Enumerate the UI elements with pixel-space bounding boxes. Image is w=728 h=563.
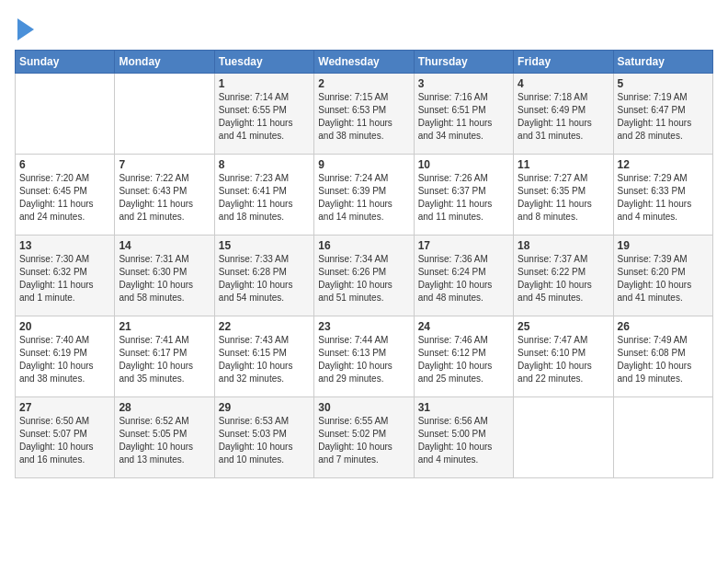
day-cell: 15Sunrise: 7:33 AM Sunset: 6:28 PM Dayli…: [214, 236, 313, 316]
day-info: Sunrise: 7:40 AM Sunset: 6:19 PM Dayligh…: [19, 334, 110, 385]
col-saturday: Saturday: [613, 51, 712, 74]
day-number: 22: [219, 320, 310, 333]
day-number: 16: [318, 239, 409, 252]
day-info: Sunrise: 7:46 AM Sunset: 6:12 PM Dayligh…: [418, 334, 509, 385]
day-number: 13: [19, 239, 110, 252]
day-cell: 3Sunrise: 7:16 AM Sunset: 6:51 PM Daylig…: [414, 74, 513, 155]
day-cell: 22Sunrise: 7:43 AM Sunset: 6:15 PM Dayli…: [214, 316, 313, 397]
header: [15, 9, 713, 46]
day-cell: 12Sunrise: 7:29 AM Sunset: 6:33 PM Dayli…: [613, 155, 712, 236]
header-row: SundayMondayTuesdayWednesdayThursdayFrid…: [16, 51, 713, 74]
day-cell: 17Sunrise: 7:36 AM Sunset: 6:24 PM Dayli…: [414, 236, 513, 316]
day-info: Sunrise: 7:26 AM Sunset: 6:37 PM Dayligh…: [418, 172, 509, 224]
day-cell: 7Sunrise: 7:22 AM Sunset: 6:43 PM Daylig…: [115, 155, 214, 236]
day-number: 6: [19, 158, 110, 171]
day-cell: [613, 397, 712, 478]
day-info: Sunrise: 7:19 AM Sunset: 6:47 PM Dayligh…: [618, 91, 709, 143]
col-monday: Monday: [115, 51, 214, 74]
day-info: Sunrise: 7:44 AM Sunset: 6:13 PM Dayligh…: [318, 334, 409, 385]
day-cell: 11Sunrise: 7:27 AM Sunset: 6:35 PM Dayli…: [514, 155, 613, 236]
day-number: 18: [518, 239, 609, 252]
day-number: 19: [618, 239, 709, 252]
day-info: Sunrise: 7:24 AM Sunset: 6:39 PM Dayligh…: [318, 172, 409, 224]
day-info: Sunrise: 7:37 AM Sunset: 6:22 PM Dayligh…: [518, 253, 609, 304]
day-cell: 30Sunrise: 6:55 AM Sunset: 5:02 PM Dayli…: [314, 397, 414, 478]
day-number: 27: [19, 401, 110, 414]
day-info: Sunrise: 7:29 AM Sunset: 6:33 PM Dayligh…: [618, 172, 709, 224]
day-info: Sunrise: 7:47 AM Sunset: 6:10 PM Dayligh…: [518, 334, 609, 385]
day-number: 3: [418, 77, 509, 90]
day-info: Sunrise: 7:20 AM Sunset: 6:45 PM Dayligh…: [19, 172, 110, 224]
day-number: 25: [518, 320, 609, 333]
day-number: 23: [318, 320, 409, 333]
day-number: 31: [418, 401, 509, 414]
day-info: Sunrise: 7:27 AM Sunset: 6:35 PM Dayligh…: [518, 172, 609, 224]
day-info: Sunrise: 7:23 AM Sunset: 6:41 PM Dayligh…: [219, 172, 310, 224]
day-info: Sunrise: 7:34 AM Sunset: 6:26 PM Dayligh…: [318, 253, 409, 304]
day-number: 29: [219, 401, 310, 414]
day-number: 12: [618, 158, 709, 171]
calendar-table: SundayMondayTuesdayWednesdayThursdayFrid…: [15, 50, 713, 478]
day-info: Sunrise: 6:50 AM Sunset: 5:07 PM Dayligh…: [19, 415, 110, 466]
day-cell: 5Sunrise: 7:19 AM Sunset: 6:47 PM Daylig…: [613, 74, 712, 155]
day-cell: 24Sunrise: 7:46 AM Sunset: 6:12 PM Dayli…: [414, 316, 513, 397]
day-number: 10: [418, 158, 509, 171]
day-cell: [514, 397, 613, 478]
week-row-5: 27Sunrise: 6:50 AM Sunset: 5:07 PM Dayli…: [16, 397, 713, 478]
day-info: Sunrise: 7:30 AM Sunset: 6:32 PM Dayligh…: [19, 253, 110, 304]
day-cell: 20Sunrise: 7:40 AM Sunset: 6:19 PM Dayli…: [16, 316, 115, 397]
day-number: 20: [19, 320, 110, 333]
logo: [15, 9, 36, 46]
week-row-3: 13Sunrise: 7:30 AM Sunset: 6:32 PM Dayli…: [16, 236, 713, 316]
col-sunday: Sunday: [16, 51, 115, 74]
day-info: Sunrise: 7:39 AM Sunset: 6:20 PM Dayligh…: [618, 253, 709, 304]
week-row-1: 1Sunrise: 7:14 AM Sunset: 6:55 PM Daylig…: [16, 74, 713, 155]
day-number: 17: [418, 239, 509, 252]
day-cell: 25Sunrise: 7:47 AM Sunset: 6:10 PM Dayli…: [514, 316, 613, 397]
day-info: Sunrise: 7:16 AM Sunset: 6:51 PM Dayligh…: [418, 91, 509, 143]
col-thursday: Thursday: [414, 51, 513, 74]
logo-icon: [17, 13, 36, 46]
col-wednesday: Wednesday: [314, 51, 414, 74]
col-friday: Friday: [514, 51, 613, 74]
week-row-4: 20Sunrise: 7:40 AM Sunset: 6:19 PM Dayli…: [16, 316, 713, 397]
day-info: Sunrise: 7:41 AM Sunset: 6:17 PM Dayligh…: [119, 334, 210, 385]
day-number: 8: [219, 158, 310, 171]
day-info: Sunrise: 7:36 AM Sunset: 6:24 PM Dayligh…: [418, 253, 509, 304]
day-cell: 29Sunrise: 6:53 AM Sunset: 5:03 PM Dayli…: [214, 397, 313, 478]
week-row-2: 6Sunrise: 7:20 AM Sunset: 6:45 PM Daylig…: [16, 155, 713, 236]
col-tuesday: Tuesday: [214, 51, 313, 74]
day-number: 28: [119, 401, 210, 414]
day-info: Sunrise: 6:53 AM Sunset: 5:03 PM Dayligh…: [219, 415, 310, 466]
day-info: Sunrise: 7:14 AM Sunset: 6:55 PM Dayligh…: [219, 91, 310, 143]
day-number: 2: [318, 77, 409, 90]
day-number: 7: [119, 158, 210, 171]
day-cell: 18Sunrise: 7:37 AM Sunset: 6:22 PM Dayli…: [514, 236, 613, 316]
day-info: Sunrise: 7:49 AM Sunset: 6:08 PM Dayligh…: [618, 334, 709, 385]
calendar-body: 1Sunrise: 7:14 AM Sunset: 6:55 PM Daylig…: [16, 74, 713, 478]
day-info: Sunrise: 7:15 AM Sunset: 6:53 PM Dayligh…: [318, 91, 409, 143]
day-cell: 6Sunrise: 7:20 AM Sunset: 6:45 PM Daylig…: [16, 155, 115, 236]
day-number: 30: [318, 401, 409, 414]
svg-marker-0: [17, 18, 34, 40]
day-cell: 28Sunrise: 6:52 AM Sunset: 5:05 PM Dayli…: [115, 397, 214, 478]
day-cell: 27Sunrise: 6:50 AM Sunset: 5:07 PM Dayli…: [16, 397, 115, 478]
day-cell: 23Sunrise: 7:44 AM Sunset: 6:13 PM Dayli…: [314, 316, 414, 397]
day-cell: [16, 74, 115, 155]
day-cell: 16Sunrise: 7:34 AM Sunset: 6:26 PM Dayli…: [314, 236, 414, 316]
day-cell: 14Sunrise: 7:31 AM Sunset: 6:30 PM Dayli…: [115, 236, 214, 316]
day-cell: 26Sunrise: 7:49 AM Sunset: 6:08 PM Dayli…: [613, 316, 712, 397]
day-cell: 10Sunrise: 7:26 AM Sunset: 6:37 PM Dayli…: [414, 155, 513, 236]
day-number: 9: [318, 158, 409, 171]
day-cell: 19Sunrise: 7:39 AM Sunset: 6:20 PM Dayli…: [613, 236, 712, 316]
day-cell: 1Sunrise: 7:14 AM Sunset: 6:55 PM Daylig…: [214, 74, 313, 155]
day-info: Sunrise: 7:18 AM Sunset: 6:49 PM Dayligh…: [518, 91, 609, 143]
day-cell: 31Sunrise: 6:56 AM Sunset: 5:00 PM Dayli…: [414, 397, 513, 478]
day-cell: 21Sunrise: 7:41 AM Sunset: 6:17 PM Dayli…: [115, 316, 214, 397]
day-number: 1: [219, 77, 310, 90]
day-info: Sunrise: 6:55 AM Sunset: 5:02 PM Dayligh…: [318, 415, 409, 466]
day-number: 21: [119, 320, 210, 333]
calendar-header: SundayMondayTuesdayWednesdayThursdayFrid…: [16, 51, 713, 74]
day-info: Sunrise: 7:22 AM Sunset: 6:43 PM Dayligh…: [119, 172, 210, 224]
day-number: 26: [618, 320, 709, 333]
